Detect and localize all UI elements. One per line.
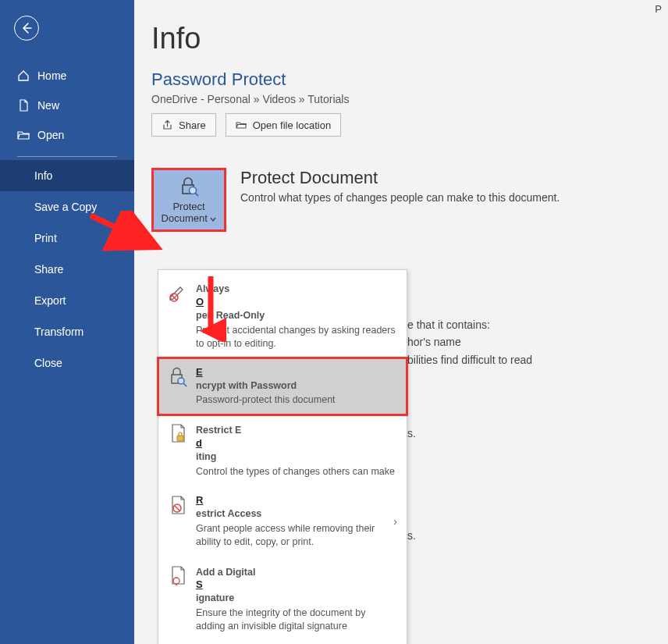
chevron-right-icon: › bbox=[393, 515, 397, 528]
menu-item-desc: Prevent accidental changes by asking rea… bbox=[196, 324, 397, 350]
sidebar-sub-transform[interactable]: Transform bbox=[0, 316, 134, 347]
menu-item-desc: Ensure the integrity of the document by … bbox=[196, 607, 397, 633]
svg-line-7 bbox=[183, 383, 187, 386]
restrict-editing-icon bbox=[168, 422, 188, 444]
svg-line-10 bbox=[175, 505, 180, 511]
protect-document-section: Protect Document Protect Document Contro… bbox=[151, 168, 668, 232]
digital-signature-icon bbox=[168, 564, 188, 586]
sidebar-sub-close[interactable]: Close bbox=[0, 347, 134, 379]
menu-item-always-open-read-only[interactable]: Always Open Read-Only Prevent accidental… bbox=[158, 273, 407, 358]
menu-item-title: Encrypt with Password bbox=[196, 366, 397, 393]
menu-item-restrict-editing[interactable]: Restrict Editing Control the types of ch… bbox=[158, 415, 407, 486]
sidebar-separator bbox=[17, 156, 117, 157]
action-buttons-row: Share Open file location bbox=[151, 113, 668, 137]
menu-item-title: Always Open Read-Only bbox=[196, 283, 397, 322]
sidebar-item-label: Open bbox=[37, 129, 64, 141]
lock-magnifier-icon bbox=[168, 366, 188, 388]
menu-item-title: Add a Digital Signature bbox=[196, 566, 397, 606]
svg-point-1 bbox=[190, 187, 197, 194]
breadcrumb: OneDrive - Personal » Videos » Tutorials bbox=[151, 93, 668, 105]
lock-magnifier-icon bbox=[178, 176, 200, 197]
sidebar-sub-save-a-copy[interactable]: Save a Copy bbox=[0, 191, 134, 222]
button-label-line1: Protect bbox=[172, 201, 204, 212]
protect-document-button[interactable]: Protect Document bbox=[151, 168, 226, 232]
menu-item-add-digital-signature[interactable]: Add a Digital Signature Ensure the integ… bbox=[158, 557, 407, 642]
backstage-sidebar: Home New Open Info Save a Copy Print Sha… bbox=[0, 0, 134, 644]
restrict-access-icon bbox=[168, 494, 188, 516]
sidebar-item-label: Home bbox=[37, 69, 66, 82]
chevron-down-icon bbox=[210, 216, 216, 222]
sidebar-sub-export[interactable]: Export bbox=[0, 285, 134, 316]
sidebar-item-label: New bbox=[37, 99, 59, 112]
folder-open-icon bbox=[236, 119, 247, 130]
button-label: Open file location bbox=[253, 119, 331, 131]
button-label: Share bbox=[179, 119, 206, 131]
svg-rect-8 bbox=[177, 436, 183, 441]
menu-item-title: Restrict Access bbox=[196, 494, 386, 521]
share-icon bbox=[162, 119, 172, 130]
top-right-partial-text: P bbox=[655, 3, 662, 15]
svg-point-11 bbox=[173, 578, 179, 584]
document-name: Password Protect bbox=[151, 69, 668, 90]
background-partial-text: e that it contains: hor's name bilities … bbox=[407, 316, 532, 544]
back-button[interactable] bbox=[14, 16, 39, 41]
sidebar-item-open[interactable]: Open bbox=[0, 120, 134, 150]
button-label-line2: Document bbox=[162, 212, 217, 224]
menu-item-title: Restrict Editing bbox=[196, 424, 397, 464]
readonly-icon bbox=[168, 281, 188, 303]
share-button[interactable]: Share bbox=[151, 113, 216, 137]
sidebar-item-new[interactable]: New bbox=[0, 91, 134, 120]
document-icon bbox=[17, 99, 30, 112]
menu-item-restrict-access[interactable]: Restrict Access Grant people access whil… bbox=[158, 486, 407, 557]
menu-item-encrypt-with-password[interactable]: Encrypt with Password Password-protect t… bbox=[158, 358, 407, 415]
menu-item-desc: Password-protect this document bbox=[196, 393, 397, 407]
sidebar-sub-info[interactable]: Info bbox=[0, 160, 134, 191]
page-title: Info bbox=[151, 22, 668, 55]
sidebar-sub-print[interactable]: Print bbox=[0, 222, 134, 254]
section-heading: Protect Document bbox=[240, 168, 560, 188]
home-icon bbox=[17, 69, 30, 82]
arrow-left-icon bbox=[20, 22, 33, 34]
menu-item-mark-as-final[interactable]: Mark as Final Let readers know the docum… bbox=[158, 641, 407, 644]
menu-item-desc: Grant people access while removing their… bbox=[196, 522, 386, 549]
sidebar-sub-share[interactable]: Share bbox=[0, 254, 134, 285]
open-file-location-button[interactable]: Open file location bbox=[226, 113, 341, 137]
sidebar-item-home[interactable]: Home bbox=[0, 61, 134, 91]
section-description: Control what types of changes people can… bbox=[240, 191, 560, 204]
folder-open-icon bbox=[17, 129, 30, 141]
menu-item-desc: Control the types of changes others can … bbox=[196, 465, 397, 479]
protect-document-text: Protect Document Control what types of c… bbox=[240, 168, 560, 204]
protect-document-dropdown: Always Open Read-Only Prevent accidental… bbox=[158, 269, 407, 644]
svg-point-6 bbox=[178, 378, 184, 384]
svg-line-2 bbox=[196, 194, 199, 197]
